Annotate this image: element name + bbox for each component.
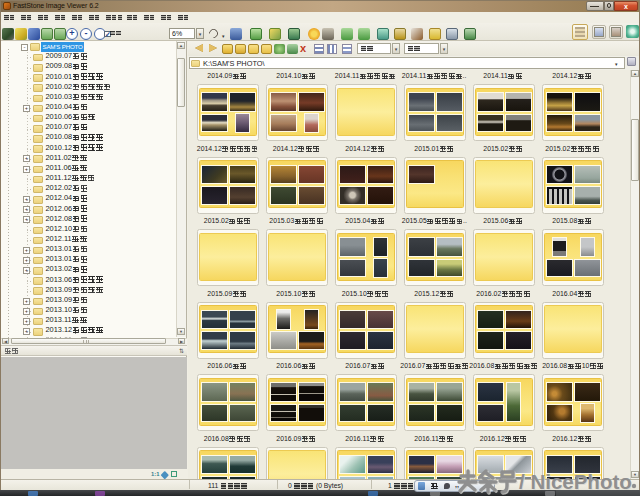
svg-text:/ NicePhoto: / NicePhoto bbox=[519, 469, 632, 492]
